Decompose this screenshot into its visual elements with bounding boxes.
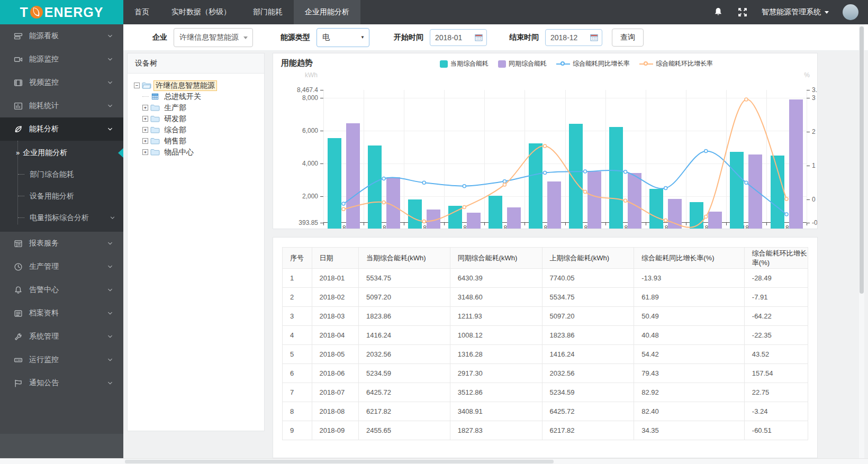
energy-type-select[interactable]: 电 ▼ <box>317 28 369 47</box>
chart-bar[interactable] <box>789 99 803 229</box>
chart-bar[interactable] <box>649 189 663 229</box>
chart-bar[interactable] <box>386 177 400 229</box>
sidebar-item[interactable]: 视频监控 <box>0 71 123 94</box>
chart-bar[interactable] <box>569 124 583 230</box>
expand-toggle-icon[interactable]: + <box>142 127 148 133</box>
sidebar-subitem[interactable]: 设备用能分析 <box>0 185 123 207</box>
collapse-toggle-icon[interactable]: − <box>134 83 140 88</box>
chart-bar[interactable] <box>328 138 341 229</box>
chart-line-marker[interactable] <box>664 187 667 190</box>
sidebar-item[interactable]: 能耗分析 <box>0 117 123 141</box>
chart-line-marker[interactable] <box>785 213 788 216</box>
chart-line-marker[interactable] <box>422 181 426 184</box>
sidebar-subitem[interactable]: 电量指标综合分析 <box>0 207 123 229</box>
chart-line-marker[interactable] <box>503 183 506 186</box>
sidebar-item[interactable]: 能源监控 <box>0 48 123 71</box>
chart-bar[interactable] <box>609 127 623 229</box>
chart-bar[interactable] <box>690 202 703 229</box>
legend-item[interactable]: 综合能耗同比增长率 <box>556 59 630 68</box>
sidebar-item[interactable]: 运行监控 <box>0 348 123 371</box>
chart-bar[interactable] <box>771 156 784 229</box>
expand-toggle-icon[interactable]: + <box>142 149 148 155</box>
sidebar-item[interactable]: 告警中心 <box>0 278 123 302</box>
chart-line-marker[interactable] <box>584 170 587 173</box>
chart-line-marker[interactable] <box>342 207 345 211</box>
chart-bar[interactable] <box>730 152 744 229</box>
vertical-scrollbar-thumb[interactable] <box>860 26 864 294</box>
sidebar-subitem[interactable]: 部门综合能耗 <box>0 163 123 185</box>
legend-item[interactable]: 当期综合能耗 <box>440 59 489 68</box>
tree-node-label[interactable]: 许继信息智慧能源 <box>153 80 217 91</box>
chart-line-marker[interactable] <box>704 150 708 153</box>
tree-node-label[interactable]: 总进线开关 <box>162 92 203 102</box>
chart-bar[interactable] <box>708 212 722 229</box>
sidebar-item[interactable]: 能源看板 <box>0 24 123 48</box>
chart-bar[interactable] <box>529 143 542 230</box>
fullscreen-icon[interactable] <box>737 7 748 17</box>
chart-bar[interactable] <box>507 207 521 229</box>
chart-bar[interactable] <box>467 213 481 229</box>
horizontal-scrollbar[interactable] <box>0 458 868 464</box>
legend-item[interactable]: 综合能耗环比增长率 <box>639 59 713 68</box>
chart-line-marker[interactable] <box>745 181 748 184</box>
system-menu[interactable]: 智慧能源管理系统 <box>762 7 829 17</box>
chart-line-marker[interactable] <box>785 197 788 201</box>
expand-toggle-icon[interactable]: + <box>142 138 148 144</box>
chart-line-marker[interactable] <box>382 177 385 180</box>
tree-node-label[interactable]: 研发部 <box>162 114 188 124</box>
chart-line-marker[interactable] <box>342 202 345 205</box>
sidebar-item[interactable]: 系统管理 <box>0 325 123 348</box>
chart-bar[interactable] <box>346 123 360 229</box>
end-time-input[interactable]: 2018-12 <box>545 29 602 46</box>
user-avatar[interactable] <box>843 4 858 20</box>
legend-item[interactable]: 同期综合能耗 <box>498 59 547 68</box>
tree-node-label[interactable]: 物品中心 <box>162 147 196 158</box>
nav-tab[interactable]: 实时数据（秒级） <box>160 0 242 24</box>
chart-line-marker[interactable] <box>544 171 547 175</box>
notification-bell-icon[interactable] <box>713 7 724 17</box>
table-cell: -3.24 <box>744 402 808 421</box>
chart-plot-area[interactable]: 8,467.48,0006,0004,0002,000393.853.23321… <box>323 90 807 223</box>
expand-toggle-icon[interactable]: + <box>142 105 148 111</box>
nav-tab[interactable]: 企业用能分析 <box>294 0 360 24</box>
sidebar-item[interactable]: 通知公告 <box>0 371 123 395</box>
nav-tab[interactable]: 首页 <box>123 0 160 24</box>
expand-toggle-icon[interactable]: + <box>142 116 148 122</box>
chart-bar[interactable] <box>668 199 682 229</box>
chart-line-marker[interactable] <box>544 144 547 148</box>
chart-line-marker[interactable] <box>624 170 627 174</box>
chart-line-marker[interactable] <box>503 180 506 183</box>
sidebar-item[interactable]: 档案资料 <box>0 302 123 325</box>
chart-line-marker[interactable] <box>584 190 587 194</box>
vertical-scrollbar[interactable] <box>859 24 864 458</box>
chevron-down-icon <box>106 333 114 340</box>
chart-line-marker[interactable] <box>664 219 667 222</box>
chart-line-marker[interactable] <box>745 98 748 101</box>
sidebar-item[interactable]: 能耗统计 <box>0 94 123 117</box>
chart-bar[interactable] <box>448 206 462 229</box>
query-button[interactable]: 查询 <box>612 29 644 47</box>
company-select[interactable]: 许继信息智慧能源 <box>174 28 253 47</box>
horizontal-scrollbar-thumb[interactable] <box>125 460 554 463</box>
tree-node-label[interactable]: 综合部 <box>162 125 188 135</box>
chart-line-marker[interactable] <box>382 201 385 204</box>
sidebar-item[interactable]: 报表服务 <box>0 232 123 255</box>
chart-bar[interactable] <box>547 181 561 230</box>
chart-bar[interactable] <box>368 145 382 229</box>
chart-bar[interactable] <box>408 199 422 230</box>
chart-bar[interactable] <box>427 210 440 229</box>
chart-line-marker[interactable] <box>624 199 627 202</box>
chart-line-marker[interactable] <box>463 185 466 188</box>
tree-node-label[interactable]: 生产部 <box>162 103 188 113</box>
chart-bar[interactable] <box>628 173 641 229</box>
chart-line-marker[interactable] <box>704 215 708 218</box>
chart-bar[interactable] <box>489 196 502 229</box>
nav-tab[interactable]: 部门能耗 <box>242 0 294 24</box>
sidebar-subitem[interactable]: »企业用能分析 <box>0 142 123 163</box>
tree-node-label[interactable]: 销售部 <box>162 136 188 147</box>
start-time-input[interactable]: 2018-01 <box>430 29 487 46</box>
sidebar-item[interactable]: 生产管理 <box>0 255 123 278</box>
chart-bar[interactable] <box>748 154 762 229</box>
chart-line-marker[interactable] <box>463 206 466 209</box>
chart-bar[interactable] <box>587 171 601 229</box>
